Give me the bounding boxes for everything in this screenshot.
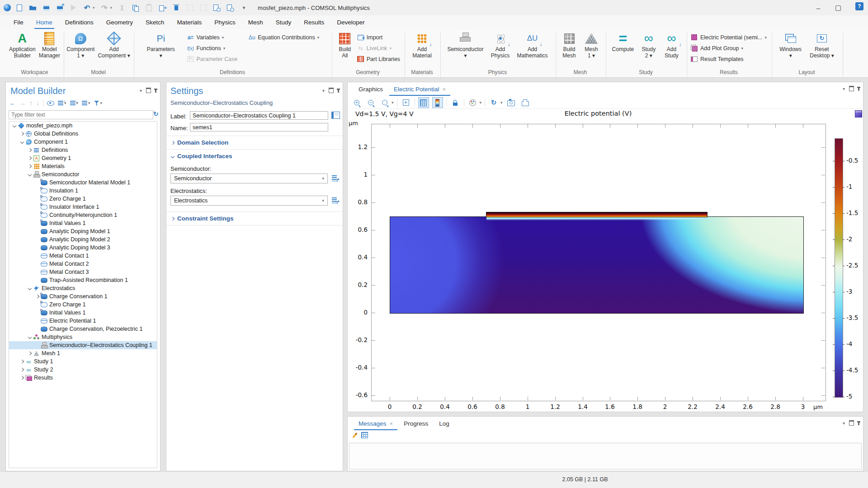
- plot-thumbnail-icon[interactable]: [855, 110, 862, 117]
- menu-tab-geometry[interactable]: Geometry: [100, 15, 139, 29]
- cut-icon[interactable]: [118, 4, 126, 12]
- zoom-box-button[interactable]: [379, 97, 390, 108]
- copy-icon[interactable]: [132, 4, 139, 12]
- more-icon[interactable]: [240, 4, 248, 12]
- messages-tab-log[interactable]: Log: [434, 417, 455, 430]
- study-2-button[interactable]: Study2 ▾: [639, 30, 658, 59]
- paste-icon[interactable]: [145, 4, 153, 12]
- variables-button[interactable]: Variables▾: [187, 33, 238, 42]
- tree-item-materials[interactable]: Materials: [9, 162, 157, 170]
- camera-button[interactable]: [506, 97, 517, 108]
- compute-button[interactable]: Compute: [611, 30, 636, 53]
- palette-button[interactable]: [467, 97, 478, 108]
- new-file-icon[interactable]: [15, 4, 23, 12]
- livelink-button[interactable]: LiveLink▾: [357, 43, 400, 53]
- chevron-open-icon[interactable]: [27, 336, 33, 338]
- open-file-icon[interactable]: [29, 4, 37, 12]
- tree-item-insulation-1[interactable]: Insulation 1: [9, 187, 157, 195]
- add-plot-group-button[interactable]: Add Plot Group▾: [691, 43, 767, 53]
- tree-item-insulator-interface-1[interactable]: Insulator Interface 1: [9, 203, 157, 211]
- panel-menu-icon[interactable]: ▾: [843, 86, 845, 91]
- section-constraint-settings[interactable]: Constraint Settings: [171, 215, 234, 222]
- add-material-button[interactable]: ↓AddMaterial: [411, 30, 433, 59]
- menu-tab-mesh[interactable]: Mesh: [242, 15, 269, 29]
- chevron-closed-icon[interactable]: [19, 360, 25, 363]
- chevron-closed-icon[interactable]: [19, 376, 25, 379]
- tree-item-continuity-heterojunction-1[interactable]: Continuity/Heterojunction 1: [9, 211, 157, 219]
- refresh-button[interactable]: [488, 97, 499, 108]
- reset-desktop-button[interactable]: ResetDesktop ▾: [808, 30, 835, 59]
- help-button[interactable]: ?: [855, 2, 863, 10]
- messages-tab-progress[interactable]: Progress: [398, 417, 434, 430]
- tree-item-charge-conservation-1[interactable]: Charge Conservation 1: [9, 292, 157, 300]
- tree-item-electric-potential-1[interactable]: Electric Potential 1: [9, 317, 157, 325]
- chevron-closed-icon[interactable]: [19, 368, 25, 371]
- section-domain-selection[interactable]: Domain Selection: [171, 139, 228, 146]
- close-tab-icon[interactable]: ×: [443, 86, 446, 93]
- chevron-closed-icon[interactable]: [19, 132, 25, 135]
- grid-button[interactable]: [418, 97, 429, 108]
- add-physics-button[interactable]: ↓AddPhysics: [490, 30, 511, 59]
- menu-tab-physics[interactable]: Physics: [208, 15, 242, 29]
- print-button[interactable]: [520, 97, 531, 108]
- windows-button[interactable]: Windows▾: [778, 30, 803, 59]
- go-to-source-icon[interactable]: [332, 197, 339, 203]
- tree-item-electrostatics[interactable]: Electrostatics: [9, 284, 157, 292]
- chevron-open-icon[interactable]: [19, 141, 25, 143]
- chevron-closed-icon[interactable]: [27, 157, 33, 160]
- run-icon[interactable]: [70, 4, 77, 12]
- chevron-open-icon[interactable]: [27, 287, 33, 290]
- chevron-open-icon[interactable]: [27, 173, 33, 176]
- duplicate-icon[interactable]: [159, 4, 166, 12]
- tree-item-global-definitions[interactable]: Global Definitions: [9, 130, 157, 138]
- menu-tab-home[interactable]: Home: [30, 15, 59, 29]
- tree-item-mosfet-piezo-mph[interactable]: mosfet_piezo.mph: [9, 122, 157, 130]
- menu-tab-study[interactable]: Study: [269, 15, 298, 29]
- box-select-icon[interactable]: [186, 4, 193, 12]
- mesh-1-button[interactable]: Mesh1 ▾: [582, 30, 601, 59]
- nav-left-icon[interactable]: ←: [9, 99, 16, 107]
- model-manager-button[interactable]: ModelManager: [38, 30, 61, 59]
- chevron-open-icon[interactable]: [12, 124, 17, 127]
- graphics-tab-graphics[interactable]: Graphics: [353, 82, 388, 96]
- show-icon[interactable]: [47, 101, 54, 106]
- add-mathematics-button[interactable]: ↓AddMathematics: [516, 30, 549, 59]
- pin-panel-icon[interactable]: [155, 89, 156, 93]
- tree-item-metal-contact-3[interactable]: Metal Contact 3: [9, 268, 157, 276]
- pin-panel-icon[interactable]: [858, 87, 859, 91]
- undo-icon[interactable]: [83, 4, 91, 12]
- label-options-icon[interactable]: [331, 112, 340, 119]
- tree-item-definitions[interactable]: Definitions: [9, 146, 157, 154]
- delete-icon[interactable]: [172, 4, 180, 12]
- section-coupled-interfaces[interactable]: Coupled Interfaces: [171, 153, 232, 160]
- chevron-closed-icon[interactable]: [27, 149, 33, 151]
- electrostatics-select[interactable]: Electrostatics▾: [170, 196, 328, 206]
- zoom-extents-button[interactable]: ✛: [401, 97, 411, 108]
- tree-item-geometry-1[interactable]: AGeometry 1: [9, 154, 157, 162]
- add-component-button[interactable]: AddComponent ▾: [96, 30, 131, 59]
- save-icon[interactable]: [42, 4, 50, 12]
- electric-potential-semi-button[interactable]: Electric Potential (semi...▾: [691, 33, 767, 42]
- go-to-source-icon[interactable]: [332, 175, 339, 181]
- chevron-closed-icon[interactable]: [27, 165, 33, 168]
- lock-button[interactable]: [450, 97, 461, 108]
- add-study-button[interactable]: ↓AddStudy: [662, 30, 681, 59]
- collapse-down-icon[interactable]: ▾: [70, 101, 79, 105]
- component-1-button[interactable]: Component1 ▾: [65, 30, 96, 59]
- chevron-closed-icon[interactable]: [27, 352, 33, 355]
- tree-filter-input[interactable]: [9, 110, 153, 119]
- menu-tab-developer[interactable]: Developer: [330, 15, 371, 29]
- tree-item-charge-conservation-piezoelectric-1[interactable]: Charge Conservation, Piezoelectric 1: [9, 325, 157, 333]
- tree-item-mesh-1[interactable]: Mesh 1: [9, 349, 157, 357]
- menu-tab-definitions[interactable]: Definitions: [59, 15, 100, 29]
- group-by-icon[interactable]: ▾: [82, 101, 90, 105]
- float-panel-icon[interactable]: [849, 420, 854, 426]
- colorbar-toggle-button[interactable]: [432, 97, 443, 108]
- find-icon[interactable]: [213, 4, 221, 12]
- tree-item-study-1[interactable]: Study 1: [9, 357, 157, 366]
- chevron-closed-icon[interactable]: [35, 295, 40, 298]
- menu-tab-materials[interactable]: Materials: [170, 15, 208, 29]
- graphics-tab-electric-potential[interactable]: Electric Potential×: [388, 82, 451, 96]
- tree-item-initial-values-1[interactable]: Initial Values 1: [9, 219, 157, 227]
- name-input[interactable]: [190, 123, 328, 131]
